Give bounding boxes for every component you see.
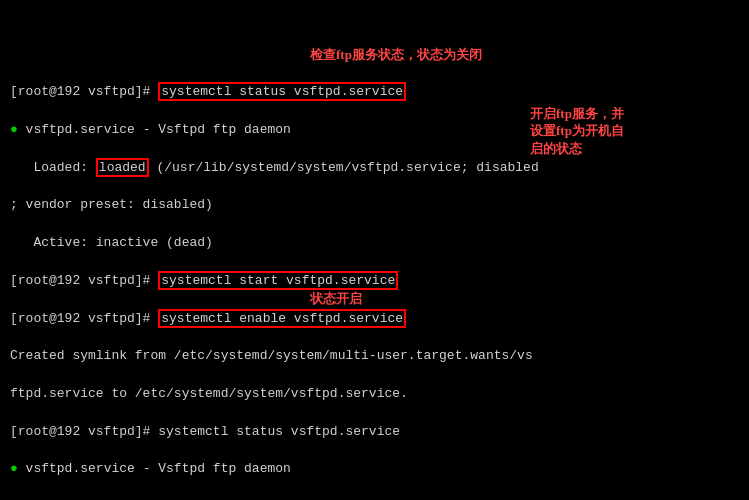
cmd-start: systemctl start vsftpd.service xyxy=(158,271,398,290)
line-2: ● vsftpd.service - Vsftpd ftp daemon xyxy=(10,121,739,140)
cmd-status-1: systemctl status vsftpd.service xyxy=(158,82,406,101)
line-3: Loaded: loaded (/usr/lib/systemd/system/… xyxy=(10,159,739,178)
cmd-enable: systemctl enable vsftpd.service xyxy=(158,309,406,328)
annotation-active-open: 状态开启 xyxy=(310,290,362,309)
prompt-2: [root@192 vsftpd]# xyxy=(10,273,158,288)
prompt-1: [root@192 vsftpd]# xyxy=(10,84,158,99)
line-4: ; vendor preset: disabled) xyxy=(10,196,739,215)
line-10: [root@192 vsftpd]# systemctl status vsft… xyxy=(10,423,739,442)
line-11: ● vsftpd.service - Vsftpd ftp daemon xyxy=(10,460,739,479)
line-7: [root@192 vsftpd]# systemctl enable vsft… xyxy=(10,310,739,329)
annotation-autostart: 启的状态 xyxy=(530,140,582,159)
green-dot-1: ● xyxy=(10,122,18,137)
line-5: Active: inactive (dead) xyxy=(10,234,739,253)
line-8: Created symlink from /etc/systemd/system… xyxy=(10,347,739,366)
annotation-check-status: 检查ftp服务状态，状态为关闭 xyxy=(310,46,482,65)
line-6: [root@192 vsftpd]# systemctl start vsftp… xyxy=(10,272,739,291)
annotation-enable-ftp: 设置ftp为开机自 xyxy=(530,122,624,141)
line-9: ftpd.service to /etc/systemd/system/vsft… xyxy=(10,385,739,404)
prompt-3: [root@192 vsftpd]# xyxy=(10,311,158,326)
line-1: [root@192 vsftpd]# systemctl status vsft… xyxy=(10,83,739,102)
loaded-badge: loaded xyxy=(96,158,149,177)
green-dot-2: ● xyxy=(10,461,18,476)
terminal-window: [root@192 vsftpd]# systemctl status vsft… xyxy=(0,0,749,500)
